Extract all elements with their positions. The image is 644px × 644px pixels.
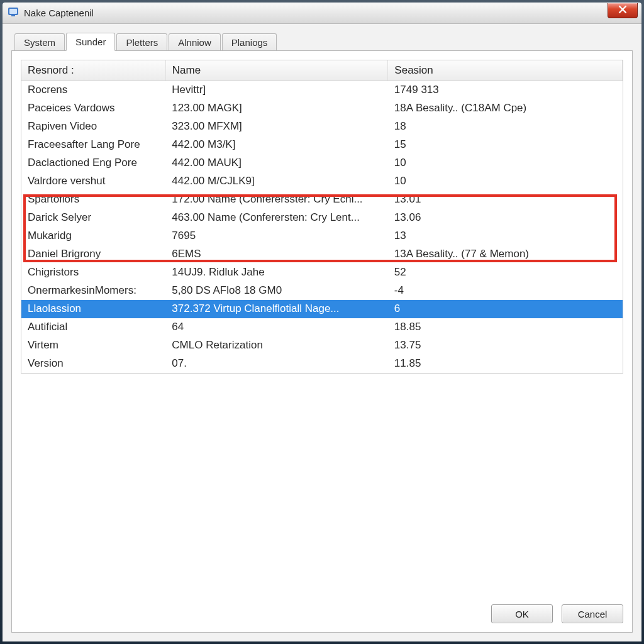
cell-seasion: 6 — [388, 300, 623, 318]
table-row[interactable]: Chigristors14UJ9. Ridluk Jahe52 — [21, 264, 623, 282]
cell-seasion: 15 — [388, 136, 623, 154]
cell-seasion: 18 — [388, 118, 623, 136]
cell-name: 07. — [165, 355, 388, 373]
tab-panel: Resnord : Name Seasion RocrensHevittr]17… — [11, 50, 633, 633]
cell-name: 14UJ9. Ridluk Jahe — [165, 264, 388, 282]
table-row[interactable]: Llaolassion372.372 Virtup Clanelflotiall… — [21, 300, 623, 318]
column-header-name[interactable]: Name — [165, 60, 388, 81]
tab-alnniow[interactable]: Alnniow — [169, 33, 221, 51]
cell-name: 7695 — [165, 227, 388, 245]
table-row[interactable]: Darick Selyer463.00 Name (Conferersten: … — [21, 209, 623, 227]
table-row[interactable]: Rapiven Video323.00 MFXM]18 — [21, 118, 623, 136]
table-row[interactable]: Paceices Vardows123.00 MAGK]18A Besality… — [21, 99, 623, 118]
cancel-button[interactable]: Cancel — [562, 604, 623, 623]
table-row[interactable]: Spartoflors172.00 Name (Conferersster: C… — [21, 191, 623, 209]
tab-planiogs[interactable]: Planiogs — [222, 33, 277, 51]
cell-name: 463.00 Name (Conferersten: Cry Lent... — [165, 209, 388, 227]
cell-seasion: -4 — [388, 282, 623, 300]
cell-seasion: 1749 313 — [388, 81, 623, 99]
cell-resnord: Chigristors — [21, 264, 165, 282]
close-button[interactable] — [608, 3, 638, 18]
cell-resnord: Mukaridg — [21, 227, 165, 245]
window-frame: Nake Captenenil System Sunder Pletters A… — [0, 0, 644, 644]
cell-name: 123.00 MAGK] — [165, 99, 388, 118]
cell-seasion: 10 — [388, 172, 623, 191]
data-grid[interactable]: Resnord : Name Seasion RocrensHevittr]17… — [21, 60, 623, 374]
cell-seasion: 13.75 — [388, 336, 623, 355]
ok-button[interactable]: OK — [491, 604, 553, 623]
cell-resnord: Spartoflors — [21, 191, 165, 209]
tab-system[interactable]: System — [14, 33, 65, 51]
cell-resnord: Daniel Brigrony — [21, 245, 165, 264]
cell-seasion: 10 — [388, 154, 623, 172]
table-row[interactable]: Autificial6418.85 — [21, 318, 623, 336]
cell-name: 442.00 M3/K] — [165, 136, 388, 154]
cell-seasion: 13 — [388, 227, 623, 245]
cell-resnord: Version — [21, 355, 165, 373]
cell-seasion: 52 — [388, 264, 623, 282]
table-row[interactable]: Valrdore vershut442.00 M/CJLK9]10 — [21, 172, 623, 191]
cell-seasion: 13.01 — [388, 191, 623, 209]
cell-name: 172.00 Name (Conferersster: Cry Echl... — [165, 191, 388, 209]
tab-sunder[interactable]: Sunder — [66, 33, 115, 51]
cell-name: 6EMS — [165, 245, 388, 264]
cell-name: 323.00 MFXM] — [165, 118, 388, 136]
cell-seasion: 11.85 — [388, 355, 623, 373]
cell-name: Hevittr] — [165, 81, 388, 99]
cell-name: 5,80 DS AFlo8 18 GM0 — [165, 282, 388, 300]
client-area: System Sunder Pletters Alnniow Planiogs … — [3, 24, 641, 641]
table-row[interactable]: Daclactioned Eng Pore442.00 MAUK]10 — [21, 154, 623, 172]
cell-resnord: Llaolassion — [21, 300, 165, 318]
column-header-seasion[interactable]: Seasion — [388, 60, 623, 81]
table-row[interactable]: OnermarkesinMomers:5,80 DS AFlo8 18 GM0-… — [21, 282, 623, 300]
svg-rect-2 — [11, 15, 15, 16]
cell-name: 64 — [165, 318, 388, 336]
cell-resnord: OnermarkesinMomers: — [21, 282, 165, 300]
cell-seasion: 18.85 — [388, 318, 623, 336]
cell-seasion: 13A Besality.. (77 & Memon) — [388, 245, 623, 264]
table-row[interactable]: Daniel Brigrony6EMS13A Besality.. (77 & … — [21, 245, 623, 264]
cell-resnord: Autificial — [21, 318, 165, 336]
cell-resnord: Rocrens — [21, 81, 165, 99]
cell-seasion: 13.06 — [388, 209, 623, 227]
table-row[interactable]: Fraceesafter Lang Pore442.00 M3/K]15 — [21, 136, 623, 154]
cell-name: 442.00 M/CJLK9] — [165, 172, 388, 191]
table-row[interactable]: VirtemCMLO Retarization13.75 — [21, 336, 623, 355]
table-row[interactable]: Version07.11.85 — [21, 355, 623, 373]
cell-name: 442.00 MAUK] — [165, 154, 388, 172]
cell-seasion: 18A Besality.. (C18AM Cpe) — [388, 99, 623, 118]
column-header-resnord[interactable]: Resnord : — [21, 60, 165, 81]
column-header-row: Resnord : Name Seasion — [21, 60, 623, 81]
cell-name: 372.372 Virtup Clanelflotiall Nage... — [165, 300, 388, 318]
tabstrip: System Sunder Pletters Alnniow Planiogs — [11, 33, 633, 51]
cell-resnord: Virtem — [21, 336, 165, 355]
cell-resnord: Darick Selyer — [21, 209, 165, 227]
cell-resnord: Valrdore vershut — [21, 172, 165, 191]
cell-resnord: Fraceesafter Lang Pore — [21, 136, 165, 154]
cell-resnord: Daclactioned Eng Pore — [21, 154, 165, 172]
cell-resnord: Paceices Vardows — [21, 99, 165, 118]
cell-name: CMLO Retarization — [165, 336, 388, 355]
titlebar-left: Nake Captenenil — [8, 6, 94, 19]
app-icon — [8, 6, 19, 19]
table-row[interactable]: RocrensHevittr]1749 313 — [21, 81, 623, 99]
cell-resnord: Rapiven Video — [21, 118, 165, 136]
close-icon — [618, 5, 627, 16]
window-title: Nake Captenenil — [24, 8, 94, 18]
titlebar: Nake Captenenil — [3, 3, 641, 24]
svg-rect-1 — [9, 9, 17, 14]
tab-pletters[interactable]: Pletters — [116, 33, 167, 51]
dialog-footer: OK Cancel — [21, 594, 623, 623]
table-row[interactable]: Mukaridg769513 — [21, 227, 623, 245]
